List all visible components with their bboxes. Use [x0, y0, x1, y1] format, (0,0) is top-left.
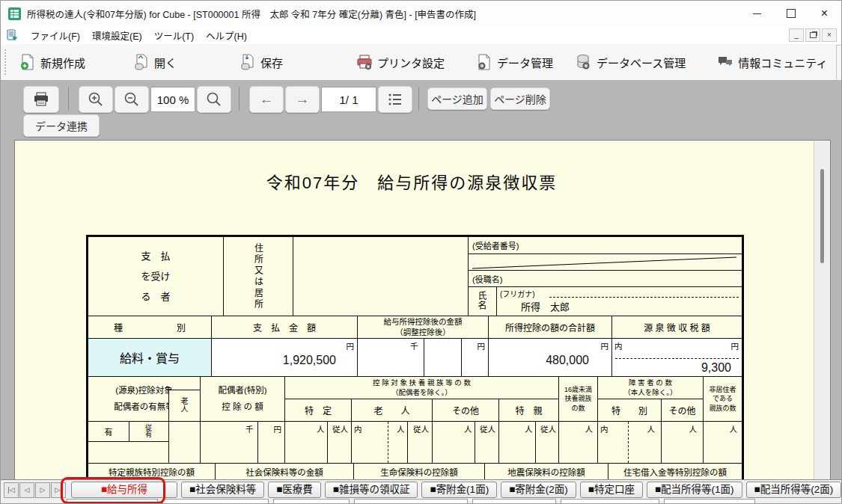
data-link-button[interactable]: データ連携 — [23, 114, 100, 137]
zoom-in-button[interactable] — [79, 86, 113, 113]
tab-marker: ■ — [588, 484, 594, 495]
delete-page-button[interactable]: ページ削除 — [490, 87, 550, 110]
application-window: 所得税の達人(令和07年分版) for Cube - [ST000001 所得 … — [0, 0, 842, 504]
tab-haito-1[interactable]: ■配当所得等(1面) — [647, 482, 742, 498]
dashed-divider — [628, 422, 629, 463]
recipient-name: 所得 太郎 — [521, 299, 570, 313]
recipient-number-strike-line — [469, 254, 742, 271]
ari-subcell[interactable]: 有 — [88, 422, 129, 442]
app-icon — [8, 7, 21, 20]
tokubetsu-cell[interactable]: 内 人 — [597, 421, 662, 464]
menu-tools[interactable]: ツール(T) — [154, 28, 194, 43]
document-menu-icon — [7, 29, 19, 41]
tab-kifukin-2[interactable]: ■寄附金(2面) — [501, 482, 576, 498]
printer-setup-button[interactable]: プリンタ設定 — [347, 47, 454, 77]
tab-kyuyo-shotoku[interactable]: ■給与所得 — [71, 482, 177, 498]
partial-tab[interactable] — [472, 499, 556, 504]
partial-tab[interactable] — [561, 499, 659, 504]
partial-tab[interactable] — [273, 499, 350, 504]
yen-unit: 円 — [731, 340, 739, 351]
page-indicator-field[interactable]: 1/ 1 — [321, 87, 376, 112]
tokushin-cell[interactable]: 人 従人 — [498, 421, 559, 464]
juari-subcell[interactable]: 従有 — [129, 422, 168, 442]
tab-nav-buttons: |◁ ◁ ▷ ▷| — [4, 482, 67, 498]
nonresident-cell[interactable]: 人 — [703, 421, 742, 464]
add-page-button[interactable]: ページ追加 — [427, 87, 487, 110]
save-icon — [240, 54, 256, 70]
info-community-button[interactable]: 情報コミュニティ — [708, 47, 836, 77]
mdi-close-button[interactable]: × — [822, 28, 837, 42]
open-button[interactable]: 開く — [124, 47, 186, 77]
spouse-presence-cell[interactable]: 有 従有 — [88, 421, 169, 464]
deduction-total-header: 所得控除の額の合計額 — [488, 316, 612, 339]
after-deduction-cell[interactable]: 千 円 — [357, 338, 489, 377]
zoom-level-field[interactable]: 100 % — [150, 87, 195, 112]
zoom-out-button[interactable] — [115, 86, 149, 113]
spouse-deduction-cell[interactable]: 千 円 — [200, 421, 285, 464]
recipient-number-field[interactable] — [469, 254, 742, 271]
income-type-cell[interactable]: 給料・賞与 — [88, 338, 212, 377]
payment-amount-cell[interactable]: 円 1,920,500 — [211, 338, 358, 377]
tab-kifukin-1[interactable]: ■寄附金(1面) — [421, 482, 497, 498]
name-value-cell[interactable]: (フリガナ) 所得 太郎 — [497, 287, 742, 316]
junin-unit: 従人 — [540, 423, 556, 434]
close-button[interactable]: × — [808, 1, 841, 26]
cell-divider — [535, 422, 536, 463]
tab-label: 配当所得等(2面) — [760, 484, 834, 495]
under16-cell[interactable]: 人 — [558, 421, 598, 464]
partial-tab[interactable] — [162, 499, 269, 504]
magnifier-icon — [206, 91, 222, 108]
cell-divider — [475, 422, 475, 463]
data-management-button[interactable]: データ管理 — [467, 47, 562, 77]
last-tab-button[interactable]: ▷| — [51, 482, 66, 498]
address-input-cell[interactable] — [293, 236, 469, 316]
address-label: 住所又は居所 — [252, 243, 265, 310]
menu-help[interactable]: ヘルプ(H) — [206, 28, 247, 43]
save-button[interactable]: 保存 — [231, 47, 292, 77]
prev-tab-button[interactable]: ◁ — [19, 482, 34, 498]
zoom-tool-button[interactable] — [197, 86, 231, 113]
tab-zasson[interactable]: ■雑損等の領収証 — [325, 482, 418, 498]
login-status: ログイン:会計 次郎 — [836, 45, 842, 80]
partial-tab[interactable] — [354, 499, 468, 504]
nin-unit: 人 — [730, 423, 738, 434]
tab-tokutei-koza[interactable]: ■特定口座 — [580, 482, 643, 498]
sheet-tabs: ■給与所得 ■社会保険料等 ■医療費 ■雑損等の領収証 ■寄附金(1面) ■寄附… — [71, 482, 841, 498]
partial-tab[interactable] — [664, 499, 755, 504]
partial-tab[interactable] — [67, 499, 158, 504]
maximize-button[interactable] — [774, 1, 808, 26]
withholding-tax-cell[interactable]: 内 円 9,300 — [611, 338, 742, 377]
tokutei-cell[interactable]: 人 従人 — [284, 421, 352, 464]
save-label: 保存 — [260, 55, 283, 70]
tab-haito-2[interactable]: ■配当所得等(2面) — [746, 482, 841, 498]
tab-shakai-hoken[interactable]: ■社会保険料等 — [181, 482, 264, 498]
minimize-button[interactable] — [740, 1, 774, 26]
sonota2-cell[interactable]: 人 — [661, 421, 704, 464]
tab-label: 雑損等の領収証 — [339, 484, 410, 495]
menu-file[interactable]: ファイル(F) — [31, 28, 80, 43]
scrollbar-thumb[interactable] — [820, 169, 824, 263]
print-button[interactable] — [23, 86, 59, 113]
database-management-button[interactable]: データベース管理 — [567, 47, 695, 77]
next-page-button[interactable]: → — [285, 86, 320, 113]
cell-divider — [461, 339, 462, 376]
maximize-icon — [787, 9, 796, 18]
deduction-total-cell[interactable]: 円 480,000 — [488, 338, 612, 377]
rojin-cell[interactable]: 内 人 従人 — [351, 421, 433, 464]
juari-label: 従有 — [145, 425, 152, 439]
tab-label: 給与所得 — [107, 484, 147, 495]
mdi-restore-button[interactable] — [805, 28, 820, 42]
first-tab-button[interactable]: |◁ — [4, 482, 19, 498]
next-tab-button[interactable]: ▷ — [35, 482, 50, 498]
info-community-label: 情報コミュニティ — [738, 55, 827, 70]
mdi-minimize-button[interactable]: _ — [789, 28, 804, 42]
menu-settings[interactable]: 環境設定(E) — [92, 28, 142, 43]
previous-page-button[interactable]: ← — [249, 86, 284, 113]
spouse-elderly-cell[interactable] — [168, 421, 201, 464]
page-list-button[interactable] — [378, 86, 412, 113]
sonota-cell[interactable]: 人 従人 — [432, 421, 499, 464]
new-file-button[interactable]: 新規作成 — [10, 47, 94, 77]
vertical-scrollbar[interactable] — [814, 141, 830, 480]
viewbar-separator — [239, 87, 240, 111]
tab-iryohi[interactable]: ■医療費 — [268, 482, 321, 498]
